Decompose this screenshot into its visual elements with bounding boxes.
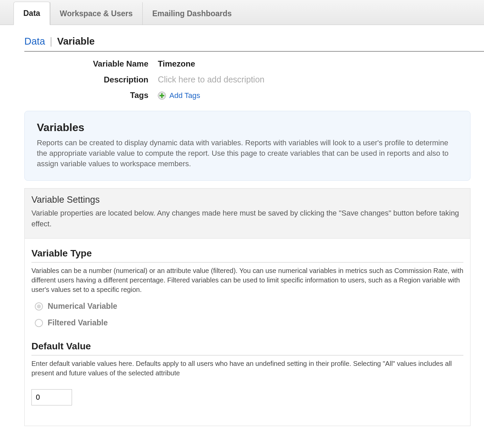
variable-settings-box: Variable Settings Variable properties ar… [24, 188, 470, 239]
radio-filtered-indicator [35, 319, 43, 327]
default-value-input[interactable] [31, 389, 72, 405]
label-tags: Tags [24, 91, 158, 100]
radio-numerical[interactable]: Numerical Variable [35, 302, 463, 311]
default-value-title: Default Value [31, 341, 463, 355]
radio-filtered-label: Filtered Variable [48, 318, 108, 327]
variable-type-section: Variable Type Variables can be a number … [31, 248, 463, 327]
breadcrumb: Data | Variable [24, 32, 484, 52]
radio-numerical-label: Numerical Variable [48, 302, 117, 311]
variable-settings-title: Variable Settings [31, 195, 463, 205]
tab-emailing-dashboards[interactable]: Emailing Dashboards [142, 2, 241, 25]
tab-workspace-users[interactable]: Workspace & Users [50, 2, 143, 25]
breadcrumb-sep: | [50, 36, 52, 47]
label-description: Description [24, 75, 158, 84]
add-icon [158, 92, 166, 100]
radio-numerical-indicator [35, 302, 43, 310]
breadcrumb-current: Variable [57, 36, 95, 47]
add-tags-label: Add Tags [169, 91, 200, 100]
tab-data[interactable]: Data [14, 2, 50, 25]
add-tags-button[interactable]: Add Tags [158, 91, 200, 100]
variable-type-title: Variable Type [31, 248, 463, 263]
value-variable-name[interactable]: Timezone [158, 59, 195, 69]
variables-intro-box: Variables Reports can be created to disp… [24, 111, 470, 181]
variable-settings-body: Variable properties are located below. A… [31, 208, 463, 229]
tab-bar: Data Workspace & Users Emailing Dashboar… [0, 0, 484, 25]
description-input[interactable]: Click here to add description [158, 75, 264, 84]
default-value-section: Default Value Enter default variable val… [31, 341, 463, 405]
breadcrumb-link-data[interactable]: Data [24, 36, 45, 47]
variables-intro-title: Variables [37, 121, 458, 134]
variable-type-body: Variables can be a number (numerical) or… [31, 266, 463, 294]
label-variable-name: Variable Name [24, 59, 158, 69]
radio-filtered[interactable]: Filtered Variable [35, 318, 463, 327]
variables-intro-body: Reports can be created to display dynami… [37, 138, 458, 169]
default-value-body: Enter default variable values here. Defa… [31, 359, 463, 378]
